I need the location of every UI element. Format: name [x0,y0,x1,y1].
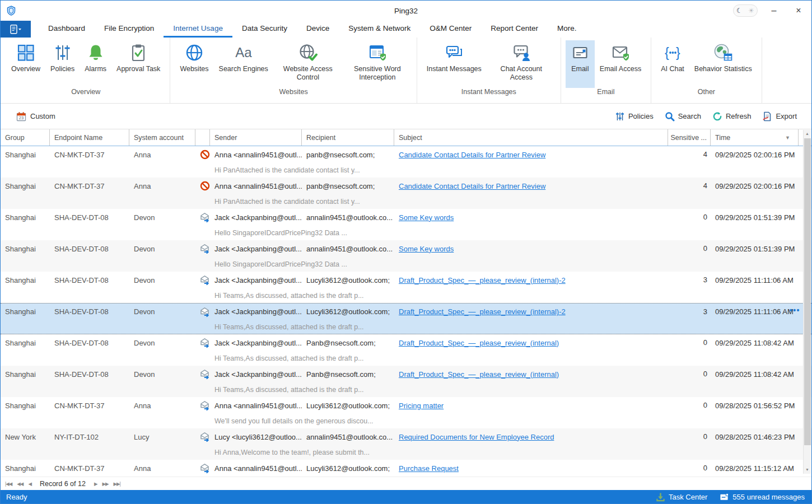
ribbon-button-instant-messages[interactable]: Instant Messages [422,40,487,88]
ribbon-button-label: Websites [180,65,208,73]
task-center-icon [656,492,665,502]
row-more-button[interactable]: ••• [790,306,800,315]
column-header-subject[interactable]: Subject [394,129,668,146]
app-menu-button[interactable] [1,21,31,38]
blocked-mail-icon [195,146,210,163]
column-header-recipient[interactable]: Recipient [302,129,394,146]
cell-recipient: Lucyli3612@outlook.com; [302,272,394,288]
prev-page-button[interactable]: ◀◀ [17,481,23,487]
subject-link[interactable]: Draft_Product_Spec_—_please_review_(inte… [399,339,559,347]
tab-dashboard[interactable]: Dashboard [39,21,95,38]
table-row[interactable]: Shanghai CN-MKT-DT-37 Anna Anna <annalin… [1,460,811,477]
tab-internet-usage[interactable]: Internet Usage [164,21,232,38]
column-header-sender[interactable]: Sender [210,129,302,146]
column-header-sensitive[interactable]: Sensitive ... [668,129,711,146]
search-button[interactable]: Search [665,111,701,122]
first-record-button[interactable]: |◀◀ [5,481,12,487]
table-row[interactable]: Shanghai CN-MKT-DT-37 Anna Anna <annalin… [1,397,811,428]
subject-link[interactable]: Required Documents for New Employee Reco… [399,433,554,441]
column-header-label: Subject [399,134,422,142]
cell-group: Shanghai [1,397,50,414]
record-counter: Record 6 of 12 [40,480,86,488]
cell-sensitive-count: 4 [668,146,711,163]
table-row[interactable]: Shanghai CN-MKT-DT-37 Anna Anna <annalin… [1,146,811,178]
table-row[interactable]: Shanghai SHA-DEV-DT-08 Devon Jack <Jackp… [1,303,811,334]
tab-device[interactable]: Device [297,21,339,38]
table-row[interactable]: Shanghai CN-MKT-DT-37 Anna Anna <annalin… [1,178,811,209]
ribbon-button-email[interactable]: Email [566,40,595,88]
refresh-button[interactable]: Refresh [712,111,752,122]
sun-icon[interactable]: ☀ [748,7,754,15]
task-center-button[interactable]: Task Center [656,492,707,502]
close-button[interactable]: × [790,2,807,19]
column-header-endpoint[interactable]: Endpoint Name [50,129,129,146]
custom-date-filter-button[interactable]: 23 Custom [16,111,55,122]
column-header-account[interactable]: System account [129,129,195,146]
table-row[interactable]: Shanghai SHA-DEV-DT-08 Devon Jack <Jackp… [1,334,811,366]
moon-icon[interactable]: ☾ [736,7,743,15]
table-row[interactable]: Shanghai SHA-DEV-DT-08 Devon Jack <Jackp… [1,366,811,397]
scrollbar-down-icon[interactable]: ▼ [804,466,811,474]
subject-link[interactable]: Pricing matter [399,402,444,410]
ribbon-button-sensitive-word-interception[interactable]: Sensitive Word Interception [343,40,412,88]
scrollbar-up-icon[interactable]: ▲ [804,130,811,138]
policies-button[interactable]: Policies [615,111,654,122]
ribbon-button-search-engines[interactable]: Search Engines [214,40,273,88]
tab-o-m-center[interactable]: O&M Center [420,21,481,38]
cell-system-account: Anna [129,460,195,477]
subject-link[interactable]: Candidate Contact Details for Partner Re… [399,182,545,190]
table-row[interactable]: Shanghai SHA-DEV-DT-08 Devon Jack <Jackp… [1,272,811,303]
subject-link[interactable]: Draft_Product_Spec_—_please_review_(inte… [399,370,559,379]
filter-dropdown-icon[interactable]: ▼ [785,135,790,141]
sent-mail-icon [195,304,210,320]
cell-endpoint-name: SHA-DEV-DT-08 [50,304,129,320]
window-title: Ping32 [394,7,418,15]
ribbon-group-buttons: Websites Search Engines Website Access C… [170,38,416,88]
subject-link[interactable]: Draft_Product_Spec_—_please_review_(inte… [399,307,566,316]
subject-link[interactable]: Draft_Product_Spec_—_please_review_(inte… [399,276,566,284]
cell-time: 09/29/2025 11:11:06 AM [711,304,799,320]
ribbon-button-ai-chat[interactable]: AI Chat [656,40,689,88]
ribbon-button-approval-task[interactable]: Approval Task [111,40,165,88]
cell-recipient: annalin9451@outlook.co... [302,209,394,226]
unread-messages-button[interactable]: 555 unread messages [720,492,805,502]
last-record-button[interactable]: ▶▶| [114,481,120,487]
table-row[interactable]: Shanghai SHA-DEV-DT-08 Devon Jack <Jackp… [1,209,811,240]
subject-link[interactable]: Purchase Request [399,464,459,473]
ribbon-button-overview[interactable]: Overview [6,40,45,88]
clipboard-icon [129,43,148,62]
next-page-button[interactable]: ▶▶ [102,481,108,487]
ribbon-button-policies[interactable]: Policies [45,40,80,88]
subject-link[interactable]: Some Key words [399,213,454,222]
ribbon-button-chat-account-access[interactable]: Chat Account Access [487,40,556,88]
next-record-button[interactable]: ▶ [94,481,97,487]
ribbon-button-behavior-statistics[interactable]: Behavior Statistics [689,40,757,88]
menu-tab-label: File Encryption [104,24,154,32]
tab-more[interactable]: More. [548,21,586,38]
subject-link[interactable]: Some Key words [399,245,454,253]
minimize-button[interactable]: – [766,2,782,19]
ribbon-button-websites[interactable]: Websites [175,40,213,88]
tab-file-encryption[interactable]: File Encryption [95,21,164,38]
prev-record-button[interactable]: ◀ [28,481,31,487]
tab-system-network[interactable]: System & Network [339,21,420,38]
scrollbar-thumb[interactable] [804,138,811,445]
tab-report-center[interactable]: Report Center [481,21,548,38]
table-row[interactable]: Shanghai SHA-DEV-DT-08 Devon Jack <Jackp… [1,240,811,272]
vertical-scrollbar[interactable]: ▲ ▼ [803,130,811,474]
table-row[interactable]: New York NY-IT-DT-102 Lucy Lucy <lucyli3… [1,428,811,460]
cell-endpoint-name: CN-MKT-DT-37 [50,178,129,194]
column-header-group[interactable]: Group [1,129,50,146]
ribbon-button-email-access[interactable]: Email Access [595,40,646,88]
column-header-icon[interactable] [195,129,210,146]
theme-toggle[interactable]: ☾ ☀ [733,4,758,17]
cell-system-account: Anna [129,397,195,414]
subject-link[interactable]: Candidate Contact Details for Partner Re… [399,151,545,159]
tab-data-security[interactable]: Data Security [232,21,297,38]
ribbon-button-alarms[interactable]: Alarms [80,40,111,88]
ribbon-button-website-access-control[interactable]: Website Access Control [273,40,343,88]
export-button[interactable]: Export [762,111,797,122]
table-header: Group Endpoint Name System account Sende… [1,129,811,146]
cell-system-account: Devon [129,366,195,382]
column-header-time[interactable]: Time ▼ [711,129,799,146]
